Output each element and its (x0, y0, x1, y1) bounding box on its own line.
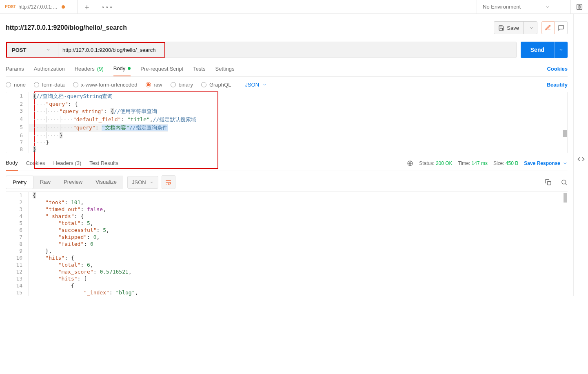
line-number: 7 (6, 234, 29, 240)
url-input[interactable]: http://127.0.0.1:9200/blog/hello/_search (58, 43, 164, 57)
cookies-link[interactable]: Cookies (547, 66, 568, 76)
response-view-controls: Pretty Raw Preview Visualize JSON (6, 171, 568, 191)
resp-tab-body[interactable]: Body (6, 160, 18, 171)
line-number: 5 (6, 124, 29, 132)
view-preview[interactable]: Preview (57, 176, 89, 189)
response-body-editor[interactable]: 1{ 2 "took": 101, 3 "timed_out": false, … (6, 191, 568, 296)
radio-icon (171, 82, 176, 87)
request-tabs: Params Authorization Headers (9) Body Pr… (6, 58, 568, 77)
right-sidebar (573, 14, 588, 296)
highlight-frame: POST http://127.0.0.1:9200/blog/hello/_s… (6, 42, 165, 58)
radio-icon (6, 82, 11, 87)
label: form-data (42, 82, 65, 88)
code-snippet-button[interactable] (576, 22, 586, 296)
wrap-icon (165, 179, 172, 186)
raw-format-selector[interactable]: JSON (245, 82, 267, 88)
line-number: 13 (6, 275, 29, 282)
tab-body-label: Body (113, 65, 126, 71)
tab-body[interactable]: Body (113, 65, 131, 76)
size-block: Size: 450 B (493, 160, 518, 166)
request-title[interactable]: http://127.0.0.1:9200/blog/hello/_search (6, 24, 127, 31)
line-number: 8 (6, 240, 29, 247)
radio-icon (34, 82, 39, 87)
tab-pre-request-script[interactable]: Pre-request Script (140, 66, 183, 76)
response-format-selector[interactable]: JSON (127, 176, 158, 189)
line-number: 6 (6, 132, 29, 139)
search-response-button[interactable] (561, 179, 568, 186)
environment-selector[interactable]: No Environment (477, 0, 571, 13)
environment-quicklook-button[interactable] (571, 3, 588, 11)
resp-tab-headers[interactable]: Headers (3) (53, 160, 82, 170)
line-number: 5 (6, 220, 29, 227)
wrap-lines-button[interactable] (162, 175, 175, 189)
request-tab[interactable]: POST http://127.0.0.1:9200/k (0, 0, 78, 13)
tab-more-button[interactable]: ∘∘∘ (101, 4, 113, 10)
tab-title: http://127.0.0.1:9200/k (18, 4, 59, 10)
radio-icon (73, 82, 78, 87)
line-number: 11 (6, 261, 29, 268)
environment-label: No Environment (483, 4, 521, 10)
body-type-x-www-form-urlencoded[interactable]: x-www-form-urlencoded (73, 82, 138, 88)
radio-icon (146, 82, 151, 87)
line-number: 4 (6, 116, 29, 124)
tab-tests[interactable]: Tests (193, 66, 205, 76)
label: Headers (53, 160, 73, 166)
save-icon (498, 25, 504, 31)
chevron-down-icon (545, 4, 550, 9)
tab-params[interactable]: Params (6, 66, 24, 76)
url-input-rest[interactable] (165, 42, 516, 58)
line-number: 3 (6, 107, 29, 116)
tab-authorization[interactable]: Authorization (34, 66, 65, 76)
view-raw[interactable]: Raw (33, 176, 57, 189)
body-type-form-data[interactable]: form-data (34, 82, 65, 88)
beautify-button[interactable]: Beautify (547, 82, 568, 88)
send-label: Send (521, 42, 555, 58)
chevron-down-icon (46, 47, 51, 52)
send-dropdown[interactable] (555, 47, 568, 52)
headers-count: (9) (97, 66, 104, 72)
status-block: Status: 200 OK (419, 160, 452, 166)
tab-headers[interactable]: Headers (9) (75, 66, 104, 76)
svg-line-8 (566, 183, 567, 185)
save-response-button[interactable]: Save Response (524, 160, 568, 166)
body-type-graphql[interactable]: GraphQL (201, 82, 231, 88)
copy-response-button[interactable] (545, 179, 552, 186)
chevron-down-icon (559, 47, 564, 52)
code-icon (577, 156, 585, 163)
chevron-down-icon (563, 161, 568, 166)
body-type-binary[interactable]: binary (171, 82, 193, 88)
method-selector[interactable]: POST (7, 43, 58, 57)
tab-settings[interactable]: Settings (215, 66, 234, 76)
line-number: 1 (6, 92, 29, 100)
edit-button[interactable] (541, 21, 555, 34)
save-dropdown[interactable] (526, 26, 537, 30)
save-label: Save (507, 25, 519, 31)
view-pretty[interactable]: Pretty (6, 176, 33, 189)
body-type-raw[interactable]: raw (146, 82, 162, 88)
line-number: 2 (6, 100, 29, 107)
body-type-none[interactable]: none (6, 82, 26, 88)
resp-tab-cookies[interactable]: Cookies (26, 160, 45, 170)
tab-actions: ＋ ∘∘∘ (78, 0, 119, 13)
send-button[interactable]: Send (521, 42, 568, 58)
copy-icon (545, 179, 552, 186)
new-tab-button[interactable]: ＋ (83, 2, 91, 12)
save-button[interactable]: Save (494, 21, 537, 34)
chevron-down-icon (529, 26, 534, 30)
tab-bar: POST http://127.0.0.1:9200/k ＋ ∘∘∘ No En… (0, 0, 588, 14)
line-number: 9 (6, 247, 29, 254)
radio-icon (201, 82, 206, 87)
request-body-editor[interactable]: 1{//查询文档-queryString查询 2····"query": { 3… (6, 92, 568, 153)
comments-button[interactable] (555, 21, 568, 34)
line-number: 4 (6, 213, 29, 220)
line-number: 2 (6, 199, 29, 206)
line-number: 3 (6, 206, 29, 213)
scrollbar-thumb[interactable] (564, 193, 567, 203)
globe-icon[interactable] (407, 160, 413, 167)
tab-headers-label: Headers (75, 66, 95, 72)
label: x-www-form-urlencoded (81, 82, 138, 88)
label: raw (154, 82, 162, 88)
view-visualize[interactable]: Visualize (89, 176, 123, 189)
resp-tab-test-results[interactable]: Test Results (89, 160, 118, 170)
pencil-icon (545, 24, 551, 31)
